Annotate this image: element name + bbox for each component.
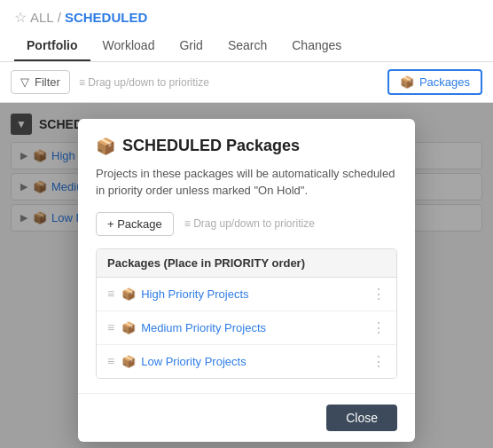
- tab-search[interactable]: Search: [215, 31, 279, 61]
- modal-title: SCHEDULED Packages: [122, 137, 300, 155]
- packages-icon: 📦: [400, 75, 414, 89]
- package-menu-icon[interactable]: ⋮: [372, 286, 386, 303]
- modal-drag-hint: ≡ Drag up/down to prioritize: [184, 217, 315, 230]
- pkg-row-icon: 📦: [121, 355, 136, 368]
- package-menu-icon[interactable]: ⋮: [372, 353, 386, 370]
- top-header: ☆ ALL / SCHEDULED Portfolio Workload Gri…: [0, 0, 493, 62]
- package-name-low: Low Priority Projects: [141, 355, 372, 368]
- close-button[interactable]: Close: [326, 405, 397, 431]
- package-name-high: High Priority Projects: [141, 287, 372, 301]
- nav-tabs: Portfolio Workload Grid Search Changes: [14, 31, 479, 61]
- packages-section-header: Packages (Place in PRIORITY order): [97, 249, 396, 278]
- drag-handle-icon[interactable]: ≡: [107, 320, 114, 334]
- tab-workload[interactable]: Workload: [90, 31, 168, 61]
- package-name-medium: Medium Priority Projects: [141, 321, 372, 334]
- breadcrumb-scheduled: SCHEDULED: [65, 10, 147, 25]
- modal-actions: + Package ≡ Drag up/down to prioritize: [96, 212, 397, 236]
- drag-handle-icon[interactable]: ≡: [107, 287, 114, 301]
- package-menu-icon[interactable]: ⋮: [372, 319, 386, 336]
- drag-handle-icon[interactable]: ≡: [107, 354, 114, 368]
- modal-body: 📦 SCHEDULED Packages Projects in these p…: [78, 119, 415, 393]
- tab-portfolio[interactable]: Portfolio: [14, 31, 90, 61]
- modal-footer: Close: [78, 393, 415, 442]
- toolbar: ▽ Filter ≡ Drag up/down to prioritize 📦 …: [0, 62, 493, 103]
- add-package-label: + Package: [107, 217, 162, 231]
- package-row-low[interactable]: ≡ 📦 Low Priority Projects ⋮: [97, 345, 396, 378]
- package-row-medium[interactable]: ≡ 📦 Medium Priority Projects ⋮: [97, 311, 396, 345]
- packages-label: Packages: [419, 75, 470, 89]
- modal-title-row: 📦 SCHEDULED Packages: [96, 137, 397, 156]
- tab-grid[interactable]: Grid: [167, 31, 215, 61]
- packages-section: Packages (Place in PRIORITY order) ≡ 📦 H…: [96, 248, 397, 379]
- add-package-button[interactable]: + Package: [96, 212, 174, 236]
- breadcrumb-all: ALL: [30, 10, 54, 25]
- main-content: ▼ SCHEDULED ▶ 📦 High Priori ▶ 📦 Medium P…: [0, 103, 493, 448]
- filter-label: Filter: [35, 75, 60, 89]
- breadcrumb: ☆ ALL / SCHEDULED: [14, 9, 479, 26]
- packages-button[interactable]: 📦 Packages: [387, 69, 482, 95]
- modal-pkg-icon: 📦: [96, 137, 115, 156]
- drag-hint: ≡ Drag up/down to prioritize: [79, 76, 379, 89]
- star-icon[interactable]: ☆: [14, 9, 27, 26]
- package-row-high[interactable]: ≡ 📦 High Priority Projects ⋮: [97, 278, 396, 311]
- pkg-row-icon: 📦: [121, 287, 136, 301]
- tab-changes[interactable]: Changes: [279, 31, 354, 61]
- breadcrumb-sep: /: [58, 10, 61, 25]
- filter-icon: ▽: [20, 75, 29, 89]
- pkg-row-icon: 📦: [121, 321, 136, 334]
- filter-button[interactable]: ▽ Filter: [11, 70, 70, 94]
- modal-description: Projects in these packages will be autom…: [96, 165, 397, 200]
- scheduled-packages-modal: 📦 SCHEDULED Packages Projects in these p…: [78, 119, 415, 442]
